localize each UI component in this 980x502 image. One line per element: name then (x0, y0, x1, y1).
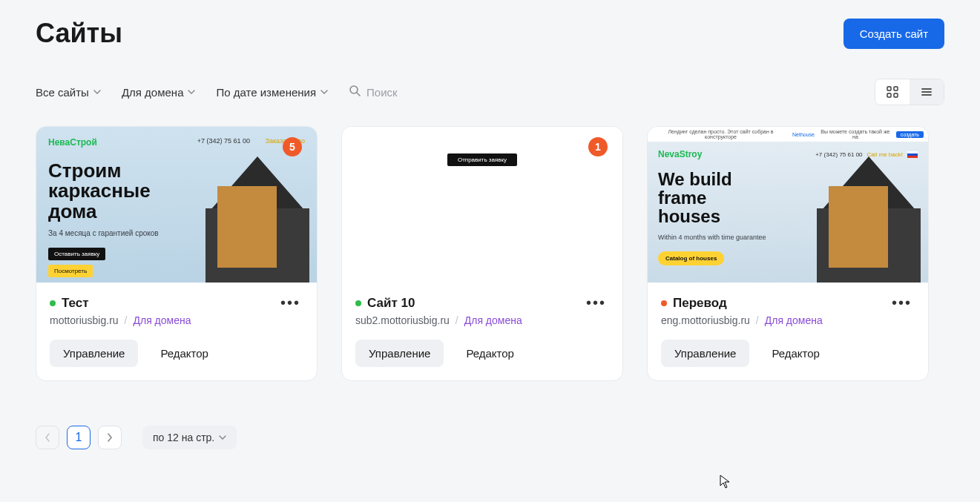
chevron-down-icon (320, 88, 328, 96)
thumb-button-dark: Отправить заявку (447, 153, 517, 166)
svg-rect-5 (894, 93, 898, 97)
status-dot-icon (50, 300, 56, 306)
per-page-label: по 12 на стр. (153, 432, 214, 443)
grid-view-button[interactable] (875, 79, 910, 105)
status-dot-icon (661, 300, 667, 306)
editor-button[interactable]: Редактор (147, 340, 222, 367)
manage-button[interactable]: Управление (661, 340, 749, 367)
site-name: Перевод (673, 296, 727, 311)
page-title: Сайты (36, 18, 122, 49)
filter-sort[interactable]: По дате изменения (216, 86, 328, 99)
thumb-phone: +7 (342) 75 61 00 (197, 137, 250, 145)
thumb-button-dark: Оставить заявку (48, 248, 105, 260)
thumb-button-yellow: Посмотреть (48, 265, 93, 277)
site-card: Лендинг сделан просто. Этот сайт собран … (647, 126, 929, 381)
separator: / (756, 314, 759, 326)
thumb-button-yellow: Catalog of houses (658, 251, 724, 265)
page-next-button[interactable] (98, 426, 122, 449)
editor-button[interactable]: Редактор (453, 340, 527, 367)
house-illustration (795, 156, 928, 283)
domain-link[interactable]: Для домена (133, 314, 191, 326)
site-card: Отправить заявку 1 Сайт 10 ••• sub2.mott… (341, 126, 623, 381)
manage-button[interactable]: Управление (355, 340, 444, 367)
svg-line-1 (357, 93, 360, 96)
page-number-button[interactable]: 1 (67, 426, 91, 449)
cursor-icon (720, 475, 731, 489)
site-domain: eng.mottoriusbig.ru (661, 314, 750, 326)
grid-icon (887, 86, 898, 98)
chevron-left-icon (45, 433, 50, 442)
thumb-logo: NevaStroy (658, 149, 702, 159)
house-illustration (183, 156, 317, 283)
site-thumbnail[interactable]: НеваСтрой +7 (342) 75 61 00 Заказать зво… (36, 127, 317, 283)
filter-all-sites-label: Все сайты (36, 86, 89, 99)
filter-for-domain[interactable]: Для домена (122, 86, 196, 99)
site-thumbnail[interactable]: Отправить заявку 1 (342, 127, 622, 283)
domain-link[interactable]: Для домена (464, 314, 522, 326)
manage-button[interactable]: Управление (50, 340, 138, 367)
site-domain: sub2.mottoriusbig.ru (355, 314, 450, 326)
site-name: Сайт 10 (367, 296, 415, 311)
separator: / (456, 314, 458, 326)
more-menu-button[interactable]: ••• (889, 294, 915, 311)
site-name: Тест (62, 296, 89, 311)
chevron-down-icon (219, 435, 226, 440)
per-page-select[interactable]: по 12 на стр. (142, 426, 237, 449)
notification-badge: 1 (588, 137, 608, 156)
svg-rect-2 (887, 87, 891, 90)
svg-rect-3 (894, 87, 898, 90)
filter-sort-label: По дате изменения (216, 86, 316, 99)
list-view-button[interactable] (910, 79, 944, 105)
more-menu-button[interactable]: ••• (277, 294, 303, 311)
more-menu-button[interactable]: ••• (583, 294, 609, 311)
filter-all-sites[interactable]: Все сайты (36, 86, 101, 99)
site-card: НеваСтрой +7 (342) 75 61 00 Заказать зво… (36, 126, 318, 381)
notification-badge: 5 (283, 137, 302, 156)
filter-for-domain-label: Для домена (122, 86, 184, 99)
chevron-down-icon (188, 88, 195, 96)
separator: / (125, 314, 128, 326)
list-icon (921, 86, 933, 98)
site-domain: mottoriusbig.ru (50, 314, 119, 326)
svg-rect-4 (887, 93, 891, 97)
chevron-right-icon (107, 433, 113, 442)
search-input[interactable] (366, 86, 485, 99)
editor-button[interactable]: Редактор (758, 340, 833, 367)
page-prev-button[interactable] (36, 426, 59, 449)
domain-link[interactable]: Для домена (765, 314, 823, 326)
search-icon (349, 85, 361, 99)
chevron-down-icon (93, 88, 101, 96)
view-toggle (875, 79, 944, 105)
thumb-promo-bar: Лендинг сделан просто. Этот сайт собран … (648, 127, 928, 142)
search-wrap (349, 85, 485, 99)
status-dot-icon (355, 300, 361, 306)
create-site-button[interactable]: Создать сайт (843, 19, 944, 49)
site-thumbnail[interactable]: Лендинг сделан просто. Этот сайт собран … (648, 127, 928, 283)
